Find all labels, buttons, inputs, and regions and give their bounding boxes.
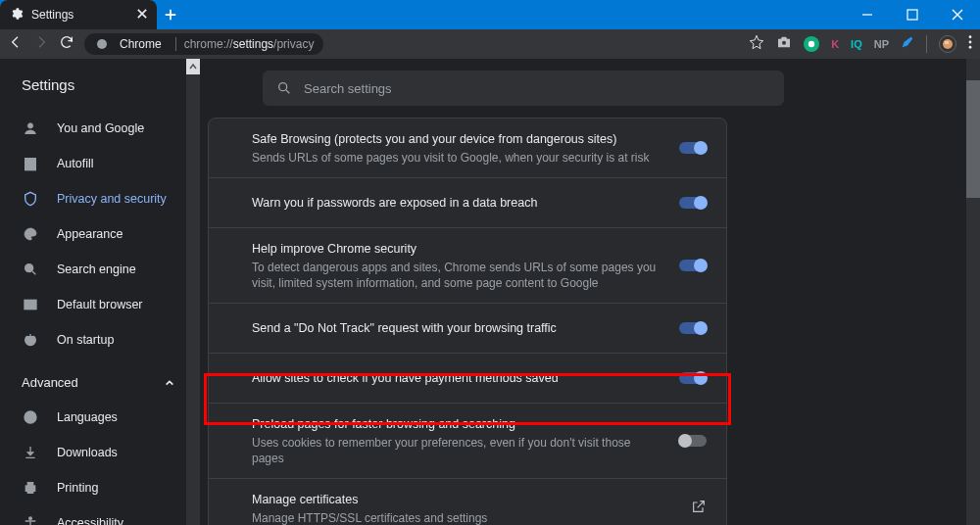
open-external-icon[interactable] (691, 499, 707, 518)
sidebar-item-label: Privacy and security (57, 192, 167, 206)
menu-icon[interactable] (968, 35, 972, 53)
search-input[interactable] (304, 81, 770, 96)
sidebar-item-accessibility[interactable]: Accessibility (0, 505, 196, 525)
setting-title: Preload pages for faster browsing and se… (252, 415, 665, 433)
toggle-switch[interactable] (679, 142, 707, 154)
setting-subtitle: To detect dangerous apps and sites, Chro… (252, 258, 665, 291)
settings-main: Safe Browsing (protects you and your dev… (196, 59, 980, 525)
window-close-button[interactable] (935, 0, 980, 29)
svg-point-2 (782, 41, 786, 45)
maximize-button[interactable] (890, 0, 935, 29)
svg-point-7 (27, 123, 32, 128)
page-content: Settings You and Google Autofill Privacy… (0, 59, 980, 525)
pen-icon[interactable] (901, 35, 914, 53)
close-icon[interactable] (137, 8, 147, 22)
window-controls (845, 0, 980, 29)
toggle-switch[interactable] (679, 260, 707, 271)
browser-tab[interactable]: Settings (0, 0, 157, 29)
toggle-switch[interactable] (679, 322, 707, 334)
forward-button (33, 34, 49, 54)
toggle-switch[interactable] (679, 197, 707, 209)
minimize-button[interactable] (845, 0, 890, 29)
sidebar-item-label: Search engine (57, 262, 136, 276)
svg-point-16 (279, 83, 287, 91)
sidebar-item-privacy[interactable]: Privacy and security (0, 181, 196, 216)
setting-title: Allow sites to check if you have payment… (252, 365, 665, 391)
info-icon[interactable] (94, 36, 110, 52)
gear-icon (10, 7, 24, 24)
setting-row-password-breach[interactable]: Warn you if passwords are exposed in a d… (209, 177, 726, 227)
sidebar-advanced-toggle[interactable]: Advanced (16, 371, 180, 394)
browser-icon (22, 296, 39, 313)
browser-toolbar: Chrome chrome://settings/privacy K IQ NP (0, 29, 980, 59)
extension-icon[interactable]: IQ (851, 38, 862, 50)
extension-icon[interactable] (804, 36, 819, 52)
sidebar-item-label: Downloads (57, 446, 118, 459)
setting-subtitle: Sends URLs of some pages you visit to Go… (252, 148, 665, 166)
setting-row-safebrowsing[interactable]: Safe Browsing (protects you and your dev… (209, 119, 726, 177)
extension-icon[interactable]: NP (874, 38, 889, 50)
sidebar-item-label: Printing (57, 481, 98, 495)
reload-button[interactable] (59, 34, 74, 54)
chevron-up-icon (165, 378, 174, 388)
toolbar-extensions: K IQ NP (749, 34, 972, 54)
sidebar-item-label: Appearance (57, 227, 122, 241)
search-icon (22, 261, 39, 278)
scheme-label: Chrome (118, 37, 168, 51)
svg-point-6 (969, 46, 972, 49)
print-icon (22, 479, 39, 497)
svg-point-5 (969, 41, 972, 44)
sidebar-item-label: Autofill (57, 157, 94, 170)
address-bar[interactable]: Chrome chrome://settings/privacy (84, 33, 323, 55)
profile-avatar[interactable] (939, 35, 956, 53)
sidebar-item-autofill[interactable]: Autofill (0, 146, 196, 181)
palette-icon (22, 225, 39, 243)
extension-icon[interactable]: K (831, 38, 839, 50)
setting-title: Send a "Do Not Track" request with your … (252, 315, 665, 341)
address-text: chrome://settings/privacy (184, 37, 315, 51)
setting-row-certificates[interactable]: Manage certificates Manage HTTPS/SSL cer… (209, 478, 726, 525)
autofill-icon (22, 155, 39, 172)
download-icon (22, 444, 39, 461)
globe-icon (22, 408, 39, 426)
back-button[interactable] (8, 34, 24, 54)
camera-icon[interactable] (776, 35, 792, 53)
svg-point-15 (29, 517, 32, 520)
sidebar-item-search-engine[interactable]: Search engine (0, 252, 196, 287)
svg-point-9 (25, 264, 33, 272)
svg-rect-14 (27, 489, 32, 493)
setting-row-improve-security[interactable]: Help improve Chrome security To detect d… (209, 227, 726, 303)
search-icon (276, 80, 292, 96)
sidebar-item-you-and-google[interactable]: You and Google (0, 111, 196, 146)
setting-row-payment-check[interactable]: Allow sites to check if you have payment… (209, 353, 726, 403)
privacy-settings-card: Safe Browsing (protects you and your dev… (208, 118, 727, 525)
new-tab-button[interactable] (157, 0, 184, 29)
svg-rect-0 (907, 10, 917, 20)
toggle-switch[interactable] (679, 435, 707, 447)
sidebar-item-label: Default browser (57, 298, 143, 311)
tab-title: Settings (31, 8, 74, 22)
bookmark-icon[interactable] (749, 34, 764, 54)
setting-subtitle: Uses cookies to remember your preference… (252, 433, 665, 466)
settings-search[interactable] (263, 71, 784, 106)
svg-rect-13 (27, 483, 32, 486)
page-title: Settings (0, 76, 196, 111)
sidebar-item-downloads[interactable]: Downloads (0, 435, 196, 470)
sidebar-item-printing[interactable]: Printing (0, 470, 196, 505)
toggle-switch[interactable] (679, 372, 707, 384)
window-titlebar: Settings (0, 0, 980, 29)
svg-point-3 (808, 41, 814, 47)
setting-title: Warn you if passwords are exposed in a d… (252, 190, 665, 215)
sidebar-item-appearance[interactable]: Appearance (0, 216, 196, 252)
sidebar-item-languages[interactable]: Languages (0, 400, 196, 435)
svg-point-1 (97, 39, 107, 49)
setting-row-preload[interactable]: Preload pages for faster browsing and se… (209, 403, 726, 478)
sidebar-item-label: Accessibility (57, 516, 123, 525)
setting-title: Help improve Chrome security (252, 240, 665, 258)
sidebar-item-default-browser[interactable]: Default browser (0, 287, 196, 322)
setting-row-dnt[interactable]: Send a "Do Not Track" request with your … (209, 303, 726, 353)
advanced-label: Advanced (22, 375, 78, 390)
sidebar-item-label: Languages (57, 410, 118, 424)
sidebar-item-on-startup[interactable]: On startup (0, 322, 196, 358)
sidebar-item-label: On startup (57, 333, 114, 347)
